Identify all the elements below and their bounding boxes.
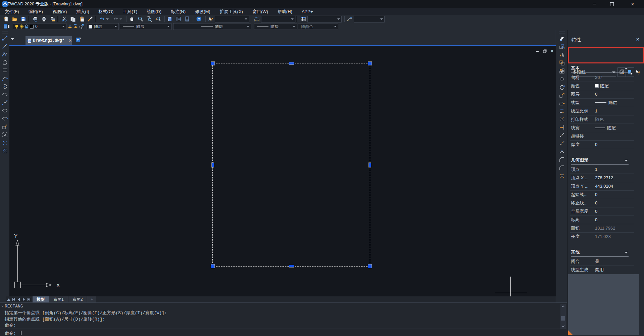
color-combo[interactable]: 随层 [87,23,119,30]
arc-button[interactable] [1,75,9,82]
prop-value[interactable]: 禁用 [595,266,604,274]
prop-value[interactable]: 0 [595,140,597,149]
section-other[interactable]: 其他 [571,249,629,257]
menu-insert[interactable]: 插入(I) [71,8,94,15]
selected-rectangle[interactable] [212,63,370,267]
open-button[interactable] [10,15,18,22]
prop-value[interactable]: 1 [595,107,597,115]
prop-value[interactable]: 0 [595,207,597,215]
mleader-style-button[interactable] [345,15,353,22]
prop-value[interactable]: 0 [595,199,597,207]
prop-value[interactable]: 443.0204 [595,182,613,190]
new-document-tab-button[interactable] [75,37,81,43]
publish-button[interactable] [48,15,56,22]
zoom-previous-button[interactable] [154,15,162,22]
spline-button[interactable] [1,99,9,106]
menu-draw[interactable]: 绘图(D) [142,8,166,15]
prop-value[interactable]: 是 [595,257,599,266]
menu-window[interactable]: 窗口(W) [248,8,273,15]
prop-value[interactable]: 278.2712 [595,174,613,182]
command-close-icon[interactable]: ✕ [1,304,4,308]
menu-edit[interactable]: 编辑(E) [24,8,48,15]
scroll-up-icon[interactable] [560,305,566,308]
pan-button[interactable] [128,15,136,22]
menu-express[interactable]: 扩展工具(X) [215,8,248,15]
layer-combo[interactable]: 0 [13,23,66,30]
tool-palettes-button[interactable] [183,15,191,22]
toolbar-grip[interactable] [559,32,565,34]
move-button[interactable] [558,75,566,83]
erase-button[interactable] [558,35,566,42]
linetype-display-combo[interactable]: 随层 [254,23,297,30]
table-style-button[interactable] [299,15,307,22]
maximize-button[interactable] [604,0,620,8]
close-button[interactable]: ✕ [625,0,640,8]
new-button[interactable] [2,15,10,22]
help-button[interactable]: ? [195,15,203,22]
lengthen-button[interactable] [558,107,566,115]
break-button[interactable] [558,140,566,147]
cut-button[interactable] [60,15,68,22]
plot-style-combo[interactable]: 随颜色 [298,23,338,30]
menu-tools[interactable]: 工具(T) [118,8,142,15]
text-style-combo[interactable] [215,16,249,22]
zoom-realtime-button[interactable] [136,15,144,22]
stretch-button[interactable] [558,99,566,107]
extend-button[interactable] [558,124,566,131]
minimize-button[interactable] [587,0,602,8]
rectangle-button[interactable] [1,66,9,74]
drawing-canvas[interactable]: ✕ Y X [9,46,556,296]
copy-object-button[interactable] [558,43,566,50]
grip-top-mid[interactable] [289,62,294,65]
layer-manager-button[interactable] [2,23,11,30]
array-button[interactable] [558,67,566,75]
section-basic[interactable]: 基本 [571,65,629,73]
redo-dropdown-button[interactable] [119,15,123,22]
dim-style-combo[interactable] [261,16,295,22]
menu-dimension[interactable]: 标注(N) [166,8,190,15]
chamfer-button[interactable] [558,156,566,163]
polyline-button[interactable] [1,50,9,58]
scale-button[interactable] [558,91,566,99]
break-at-point-button[interactable] [558,132,566,139]
lineweight-combo[interactable]: 随层 [173,23,251,30]
mdi-restore-button[interactable] [542,49,547,53]
paste-button[interactable] [78,15,86,22]
layout-prev-button[interactable] [16,297,21,302]
circle-button[interactable] [1,83,9,90]
menu-app-plus[interactable]: APP+ [297,8,318,15]
quickcalc-button[interactable] [165,15,174,22]
mdi-close-button[interactable]: ✕ [549,49,555,53]
hatch-button[interactable] [1,147,9,154]
zoom-window-button[interactable] [145,15,153,22]
undo-dropdown-button[interactable] [105,15,109,22]
layout-next-button[interactable] [21,297,26,302]
rotate-button[interactable] [558,83,566,91]
mdi-minimize-button[interactable] [535,49,540,53]
menu-file[interactable]: 文件(F) [0,8,24,15]
mirror-button[interactable] [558,51,566,58]
prop-value[interactable]: 随层 [595,82,609,90]
menu-help[interactable]: 帮助(H) [273,8,297,15]
layout-first-button[interactable] [11,297,16,302]
menu-format[interactable]: 格式(O) [94,8,118,15]
layout-last-button[interactable] [26,297,31,302]
join-button[interactable] [558,148,566,155]
make-block-button[interactable] [1,131,9,138]
plot-button[interactable] [40,15,48,22]
copy-button[interactable] [69,15,77,22]
layout-up-button[interactable] [6,297,11,302]
command-input-caret[interactable] [21,331,21,335]
linetype-combo[interactable]: 随层 [120,23,171,30]
trim-button[interactable] [558,115,566,123]
xline-button[interactable] [1,42,9,50]
scrollbar-thumb[interactable] [561,316,565,321]
layer-states-button[interactable] [79,23,84,30]
make-layer-current-button[interactable] [67,23,73,30]
undo-button[interactable] [98,15,106,22]
dim-style-button[interactable] [253,15,261,22]
grip-top-left[interactable] [211,61,215,65]
insert-block-button[interactable] [1,123,9,130]
tab-list-dropdown-button[interactable] [11,38,14,42]
grip-bottom-left[interactable] [211,264,215,268]
